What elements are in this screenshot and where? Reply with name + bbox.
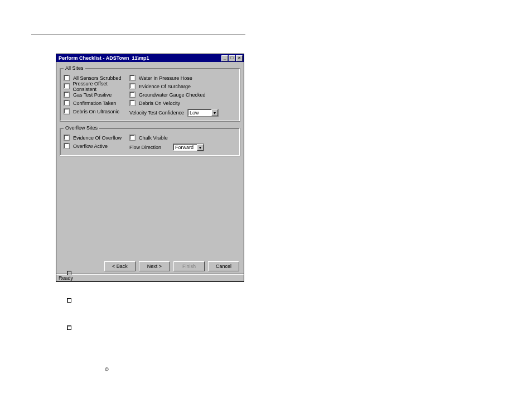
- checkbox-icon: [129, 92, 136, 98]
- cb-label: All Sensors Scrubbed: [73, 75, 122, 81]
- cb-label: Overflow Active: [73, 143, 108, 149]
- cb-pressure-offset-consistent[interactable]: Pressure Offset Consistent: [64, 83, 129, 90]
- cb-water-in-pressure-hose[interactable]: Water In Pressure Hose: [129, 74, 236, 82]
- cb-evidence-of-overflow[interactable]: Evidence Of Overflow: [64, 134, 129, 141]
- select-value: Low: [190, 110, 199, 116]
- maximize-button[interactable]: □: [229, 55, 235, 61]
- square-bullet-icon: [67, 271, 71, 275]
- velocity-confidence-select[interactable]: Low ▼: [187, 109, 219, 117]
- cb-label: Debris On Ultrasonic: [73, 109, 119, 114]
- overflow-sites-legend: Overflow Sites: [64, 125, 99, 131]
- velocity-confidence-label: Velocity Test Confidence: [129, 110, 184, 116]
- cb-label: Pressure Offset Consistent: [73, 81, 130, 92]
- cb-debris-on-ultrasonic[interactable]: Debris On Ultrasonic: [64, 108, 129, 115]
- cb-debris-on-velocity[interactable]: Debris On Velocity: [129, 99, 236, 107]
- checkbox-icon: [64, 143, 70, 149]
- bullet-2: [67, 297, 76, 303]
- flow-direction-label: Flow Direction: [129, 145, 170, 150]
- checkbox-icon: [129, 75, 136, 81]
- bullet-3: [67, 324, 76, 330]
- status-bar: Ready: [56, 274, 244, 281]
- square-bullet-icon: [67, 325, 71, 330]
- checklist-window: Perform Checklist - ADSTown_11\mp1 _ □ ×…: [56, 54, 244, 282]
- body-spacer: [60, 160, 240, 260]
- all-sites-legend: All Sites: [64, 65, 85, 71]
- cb-chalk-visible[interactable]: Chalk Visible: [129, 134, 236, 141]
- checkbox-icon: [64, 92, 70, 98]
- wizard-buttons: < Back Next > Finish Cancel: [60, 260, 240, 271]
- minimize-button[interactable]: _: [221, 55, 228, 61]
- titlebar: Perform Checklist - ADSTown_11\mp1 _ □ ×: [56, 54, 244, 62]
- square-bullet-icon: [67, 298, 71, 303]
- back-button[interactable]: < Back: [104, 261, 136, 271]
- cb-label: Confirmation Taken: [73, 100, 116, 106]
- cb-overflow-active[interactable]: Overflow Active: [64, 142, 129, 150]
- checkbox-icon: [64, 135, 70, 141]
- next-button[interactable]: Next >: [139, 261, 170, 271]
- chevron-down-icon: ▼: [211, 109, 218, 116]
- select-value: Forward: [175, 145, 194, 150]
- checkbox-icon: [64, 100, 70, 106]
- cb-label: Evidence Of Overflow: [73, 135, 122, 141]
- cb-confirmation-taken[interactable]: Confirmation Taken: [64, 99, 129, 107]
- copyright-icon: ©: [105, 367, 109, 372]
- checkbox-icon: [64, 75, 70, 81]
- cb-gas-test-positive[interactable]: Gas Test Positive: [64, 91, 129, 98]
- cb-label: Chalk Visible: [139, 135, 168, 141]
- flow-direction-select[interactable]: Forward ▼: [173, 143, 204, 151]
- cb-label: Debris On Velocity: [139, 100, 180, 106]
- cb-label: Water In Pressure Hose: [139, 75, 192, 81]
- finish-button[interactable]: Finish: [173, 261, 205, 271]
- bullet-1: [67, 270, 76, 275]
- cb-label: Gas Test Positive: [73, 92, 112, 98]
- all-sites-group: All Sites All Sensors Scrubbed Pressure …: [60, 65, 240, 122]
- cb-evidence-of-surcharge[interactable]: Evidence Of Surcharge: [129, 83, 236, 90]
- checkbox-icon: [64, 108, 70, 114]
- window-title: Perform Checklist - ADSTown_11\mp1: [57, 55, 221, 61]
- close-button[interactable]: ×: [236, 55, 243, 61]
- checkbox-icon: [129, 100, 136, 106]
- chevron-down-icon: ▼: [197, 144, 204, 151]
- page-header-rule: [31, 35, 245, 35]
- checkbox-icon: [129, 135, 136, 141]
- cb-groundwater-gauge-checked[interactable]: Groundwater Gauge Checked: [129, 91, 236, 98]
- checkbox-icon: [64, 83, 70, 89]
- status-text: Ready: [59, 275, 73, 281]
- cancel-button[interactable]: Cancel: [208, 261, 239, 271]
- checkbox-icon: [129, 83, 136, 89]
- cb-label: Groundwater Gauge Checked: [139, 92, 206, 98]
- copyright-mark: ©: [105, 367, 109, 372]
- cb-label: Evidence Of Surcharge: [139, 84, 191, 89]
- overflow-sites-group: Overflow Sites Evidence Of Overflow Over…: [60, 125, 240, 156]
- window-body: All Sites All Sensors Scrubbed Pressure …: [56, 62, 244, 274]
- titlebar-buttons: _ □ ×: [221, 55, 243, 61]
